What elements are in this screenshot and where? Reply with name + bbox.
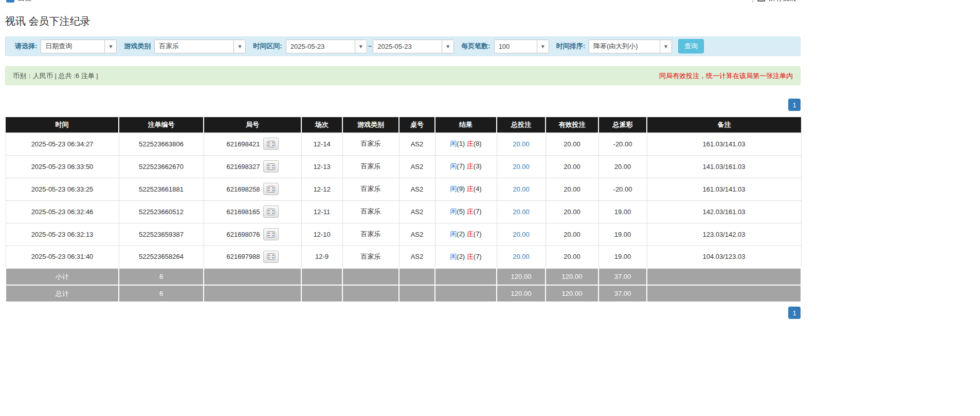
top-nav-bar: ✓ 回复 | 所有视讯 — [5, 0, 795, 6]
page-button[interactable]: 1 — [788, 99, 801, 111]
payout: 19.00 — [598, 200, 647, 223]
player-score: (9) — [457, 185, 465, 193]
total-bet-link[interactable]: 20.00 — [513, 253, 530, 260]
banker-score: (7) — [474, 207, 482, 215]
subtotal-total-bet: 120.00 — [497, 268, 546, 285]
empty-cell — [342, 285, 399, 302]
player-result: 闲 — [450, 140, 457, 147]
date-to-value: 2025-05-23 — [373, 40, 442, 53]
total-bet-link[interactable]: 20.00 — [513, 163, 530, 171]
column-header: 注单编号 — [119, 117, 204, 133]
top-nav-right[interactable]: | 所有视讯 — [752, 0, 795, 3]
column-header: 桌号 — [399, 117, 435, 133]
player-result: 闲 — [450, 207, 457, 215]
summary-bar: 币别：人民币 | 总共 :6 注单 | 同局有效投注，统一计算在该局第一张注单内 — [5, 66, 801, 85]
round-detail-button[interactable] — [263, 228, 279, 240]
player-score: (7) — [457, 162, 465, 170]
payout: 19.00 — [598, 245, 647, 268]
round-cell: 621698327 — [204, 155, 301, 178]
round-detail-button[interactable] — [263, 183, 279, 195]
query-type-select[interactable]: 日期查询 ▼ — [41, 40, 117, 53]
top-nav-left[interactable]: ✓ 回复 — [6, 0, 31, 3]
sort-select[interactable]: 降幂(由大到小) ▼ — [589, 40, 672, 53]
column-header: 游戏类别 — [342, 117, 399, 133]
round-id: 621698165 — [226, 208, 260, 216]
total-bet-link[interactable]: 20.00 — [513, 185, 530, 193]
banker-result: 庄 — [467, 185, 474, 193]
column-header: 有效投注 — [546, 117, 598, 133]
pagination-bottom: 1 — [5, 307, 801, 319]
round-detail-button[interactable] — [263, 160, 279, 173]
banker-result: 庄 — [467, 140, 474, 147]
round-id: 621698327 — [226, 163, 260, 171]
bet-id: 522523660512 — [119, 200, 204, 223]
valid-bet: 20.00 — [546, 245, 598, 268]
pagination-top: 1 — [5, 99, 801, 111]
total-bet-link[interactable]: 20.00 — [513, 231, 530, 238]
round-cell: 621698076 — [204, 223, 301, 245]
player-result: 闲 — [450, 253, 457, 260]
chevron-down-icon: ▼ — [442, 40, 453, 53]
subtotal-label: 小计 — [6, 268, 119, 285]
round-cell: 621698165 — [204, 200, 301, 223]
player-result: 闲 — [450, 230, 457, 238]
subtotal-row: 小计 6 120.00 120.00 37.00 — [6, 268, 801, 285]
player-score: (2) — [457, 253, 465, 260]
player-result: 闲 — [450, 162, 457, 170]
bet-time: 2025-05-23 06:32:46 — [6, 200, 119, 223]
chevron-down-icon: ▼ — [660, 40, 672, 53]
bet-id: 522523662670 — [119, 155, 204, 178]
search-button[interactable]: 查询 — [678, 39, 704, 53]
empty-cell — [647, 268, 801, 285]
game-type-select[interactable]: 百家乐 ▼ — [154, 40, 246, 53]
empty-cell — [399, 285, 435, 302]
player-score: (1) — [457, 140, 465, 147]
banker-score: (7) — [474, 253, 482, 260]
empty-cell — [301, 268, 342, 285]
total-payout: 37.00 — [598, 285, 647, 302]
total-bet-link[interactable]: 20.00 — [513, 140, 530, 148]
page-button[interactable]: 1 — [788, 307, 801, 319]
total-bet-link[interactable]: 20.00 — [513, 208, 530, 216]
total-bet-cell: 20.00 — [497, 178, 546, 200]
dice-icon — [267, 141, 275, 147]
note: 142.03/161.03 — [647, 200, 801, 223]
date-to-select[interactable]: 2025-05-23 ▼ — [373, 40, 454, 53]
banker-score: (8) — [474, 140, 482, 147]
total-bet-cell: 20.00 — [497, 133, 546, 155]
bet-table-body: 2025-05-23 06:34:27 522523663806 6216984… — [6, 133, 801, 268]
date-from-select[interactable]: 2025-05-23 ▼ — [286, 40, 367, 53]
range-separator: ~ — [368, 43, 372, 50]
page-size-select[interactable]: 100 ▼ — [494, 40, 549, 53]
note: 161.03/141.03 — [647, 178, 801, 200]
table-number: AS2 — [399, 200, 435, 223]
empty-cell — [435, 268, 497, 285]
player-score: (5) — [457, 207, 465, 215]
valid-bet: 20.00 — [546, 155, 598, 178]
empty-cell — [399, 268, 435, 285]
result-cell: 闲(5) 庄(7) — [435, 200, 497, 223]
round-detail-button[interactable] — [263, 205, 279, 218]
total-valid-bet: 120.00 — [546, 285, 598, 302]
banker-score: (7) — [474, 230, 482, 238]
round-detail-button[interactable] — [263, 251, 279, 263]
bet-id: 522523658264 — [119, 245, 204, 268]
round-id: 621698258 — [226, 185, 260, 193]
subtotal-payout: 37.00 — [598, 268, 647, 285]
checkbox-icon: ✓ — [6, 0, 14, 3]
note: 161.03/141.03 — [647, 133, 801, 155]
column-header: 时间 — [6, 117, 119, 133]
game-type: 百家乐 — [342, 245, 399, 268]
round-id: 621697988 — [226, 253, 260, 260]
total-label: 总计 — [6, 285, 119, 302]
empty-cell — [301, 285, 342, 302]
monitor-icon — [757, 0, 765, 2]
payout: 20.00 — [598, 155, 647, 178]
round-detail-button[interactable] — [263, 138, 279, 150]
bet-id: 522523661881 — [119, 178, 204, 200]
table-number: AS2 — [399, 245, 435, 268]
bet-time: 2025-05-23 06:33:50 — [6, 155, 119, 178]
result-cell: 闲(2) 庄(7) — [435, 223, 497, 245]
banker-result: 庄 — [467, 207, 474, 215]
top-nav-right-label: 所有视讯 — [769, 0, 795, 3]
